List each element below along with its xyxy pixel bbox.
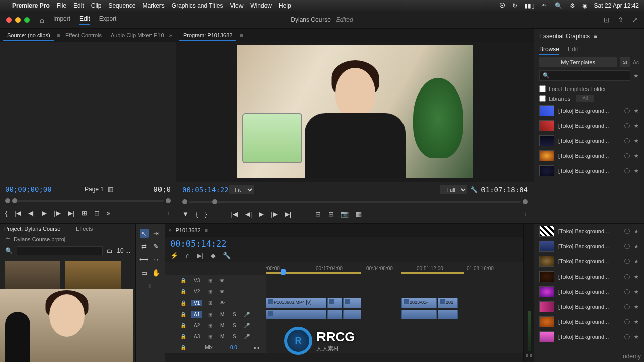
- source-zoom-slider[interactable]: [5, 196, 171, 205]
- menu-view[interactable]: View: [230, 2, 244, 9]
- voiceover-icon[interactable]: 🎤: [243, 323, 251, 328]
- local-templates-checkbox[interactable]: [539, 85, 546, 92]
- solo-button[interactable]: S: [230, 323, 238, 328]
- mark-in-icon[interactable]: {: [5, 209, 7, 217]
- marker-icon[interactable]: ◆: [211, 252, 216, 259]
- favorite-star-icon[interactable]: ★: [634, 258, 639, 265]
- share-icon[interactable]: ⇪: [618, 16, 624, 24]
- project-file-name[interactable]: Dylans Course.prproj: [14, 236, 65, 242]
- source-monitor[interactable]: [0, 42, 176, 182]
- tab-program[interactable]: Program: P1013682: [179, 30, 236, 41]
- eg-template-item[interactable]: [Toko] Background... ⓘ ★: [534, 314, 644, 329]
- step-fwd-icon[interactable]: |▶: [271, 210, 277, 218]
- lock-icon[interactable]: 🔒: [179, 300, 187, 306]
- track-label-v1[interactable]: V1: [191, 300, 202, 306]
- lock-icon[interactable]: 🔒: [179, 289, 187, 294]
- user-icon[interactable]: ◉: [582, 2, 587, 9]
- eg-search-input[interactable]: 🔍: [539, 70, 630, 81]
- eg-template-item[interactable]: [Toko] Background... ⓘ ★: [534, 329, 644, 344]
- app-name[interactable]: Premiere Pro: [12, 2, 50, 9]
- eg-template-item[interactable]: [Toko] Background... ⓘ ★: [534, 103, 644, 118]
- add-marker-icon[interactable]: ▶|: [197, 252, 203, 259]
- clock[interactable]: Sat 22 Apr 12:42: [594, 2, 639, 9]
- hand-tool-icon[interactable]: ✋: [152, 268, 161, 277]
- workspace-import[interactable]: Import: [53, 15, 70, 25]
- favorite-star-icon[interactable]: ★: [634, 228, 639, 235]
- toggle-output-icon[interactable]: 👁: [218, 300, 226, 306]
- home-icon[interactable]: ⌂: [40, 16, 44, 24]
- libraries-checkbox[interactable]: [539, 95, 546, 102]
- settings-wrench-icon[interactable]: 🔧: [470, 186, 478, 193]
- menu-edit[interactable]: Edit: [73, 2, 84, 9]
- maximize-window-button[interactable]: [24, 17, 30, 23]
- fullscreen-icon[interactable]: ⤢: [632, 16, 638, 24]
- eg-template-list[interactable]: [Toko] Background... ⓘ ★ [Toko] Backgrou…: [534, 103, 644, 178]
- step-back-icon[interactable]: ◀|: [245, 210, 252, 218]
- quick-export-icon[interactable]: ⊡: [604, 16, 610, 24]
- selection-tool-icon[interactable]: ↖: [140, 229, 149, 238]
- eg-template-item[interactable]: [Toko] Background... ⓘ ★: [534, 118, 644, 133]
- sync-icon[interactable]: ↻: [512, 2, 517, 9]
- timeline-ruler[interactable]: :00:00 00:17:04:00 00:34:08:00 00:51:12:…: [165, 262, 523, 275]
- lock-icon[interactable]: 🔒: [179, 345, 187, 350]
- favorite-star-icon[interactable]: ★: [634, 153, 639, 159]
- linked-selection-icon[interactable]: ∩: [185, 252, 190, 259]
- zoom-slider-end-knob[interactable]: [523, 199, 528, 204]
- ripple-edit-tool-icon[interactable]: ⇄: [140, 242, 149, 251]
- tab-effects[interactable]: Effects: [76, 226, 93, 232]
- eg-template-item[interactable]: [Toko] Background... ⓘ ★: [534, 163, 644, 178]
- track-label-a3[interactable]: A3: [191, 333, 202, 340]
- workspace-export[interactable]: Export: [99, 15, 117, 25]
- favorite-star-icon[interactable]: ★: [634, 334, 639, 340]
- stock-button[interactable]: St: [620, 57, 630, 67]
- insert-icon[interactable]: ⊞: [82, 209, 87, 217]
- program-timecode[interactable]: 00:05:14:22: [182, 186, 229, 194]
- track-select-tool-icon[interactable]: ⇥: [152, 229, 161, 238]
- favorites-filter-icon[interactable]: ★: [633, 72, 639, 79]
- info-icon[interactable]: ⓘ: [624, 303, 630, 311]
- eg-template-item[interactable]: [Toko] Background... ⓘ ★: [534, 254, 644, 269]
- zoom-slider-handle[interactable]: [12, 198, 17, 203]
- type-tool-icon[interactable]: T: [146, 281, 155, 290]
- solo-button[interactable]: S: [230, 312, 238, 317]
- dv-icon[interactable]: ▥: [108, 186, 113, 193]
- control-center-icon[interactable]: ⚙: [570, 2, 575, 9]
- info-icon[interactable]: ⓘ: [624, 122, 630, 130]
- more-transport-icon[interactable]: »: [107, 209, 110, 217]
- video-clip[interactable]: P1013683.MP4 [V]: [266, 298, 326, 308]
- add-button-icon[interactable]: +: [524, 210, 528, 218]
- step-fwd-icon[interactable]: |▶: [54, 209, 60, 217]
- menu-sequence[interactable]: Sequence: [108, 2, 135, 9]
- play-icon[interactable]: ▶: [259, 210, 264, 218]
- info-icon[interactable]: ⓘ: [624, 137, 630, 145]
- info-icon[interactable]: ⓘ: [624, 258, 630, 265]
- favorite-star-icon[interactable]: ★: [634, 123, 639, 129]
- toggle-output-icon[interactable]: 👁: [218, 278, 226, 283]
- rolling-edit-tool-icon[interactable]: ✎: [152, 242, 161, 251]
- tab-project[interactable]: Project: Dylans Course: [4, 226, 61, 232]
- audio-clip[interactable]: [438, 310, 458, 319]
- info-icon[interactable]: ⓘ: [624, 318, 630, 326]
- favorite-star-icon[interactable]: ★: [634, 289, 639, 295]
- step-back-icon[interactable]: ◀|: [28, 209, 35, 217]
- tab-source[interactable]: Source: (no clips): [3, 30, 54, 41]
- export-frame-icon[interactable]: 📷: [341, 210, 349, 218]
- program-zoom-slider[interactable]: [182, 197, 528, 206]
- toggle-sync-lock-icon[interactable]: ⊞: [206, 323, 214, 328]
- track-label-mix[interactable]: Mix: [202, 344, 215, 351]
- video-clip[interactable]: [327, 298, 342, 308]
- screen-record-icon[interactable]: ⦿: [499, 2, 505, 9]
- playhead-icon[interactable]: [281, 269, 286, 275]
- sequence-name[interactable]: P1013682: [175, 227, 200, 233]
- eg-tab-browse[interactable]: Browse: [539, 46, 559, 55]
- go-to-in-icon[interactable]: |◀: [231, 210, 238, 218]
- mute-button[interactable]: M: [218, 334, 226, 339]
- favorite-star-icon[interactable]: ★: [634, 243, 639, 250]
- close-window-button[interactable]: [6, 17, 12, 23]
- go-to-out-icon[interactable]: ▶|: [68, 209, 74, 217]
- track-label-v3[interactable]: V3: [191, 277, 202, 284]
- mark-out-icon[interactable]: }: [205, 210, 207, 218]
- eg-template-item[interactable]: [Toko] Background... ⓘ ★: [534, 284, 644, 299]
- info-icon[interactable]: ⓘ: [624, 288, 630, 296]
- tab-effect-controls[interactable]: Effect Controls: [61, 30, 106, 40]
